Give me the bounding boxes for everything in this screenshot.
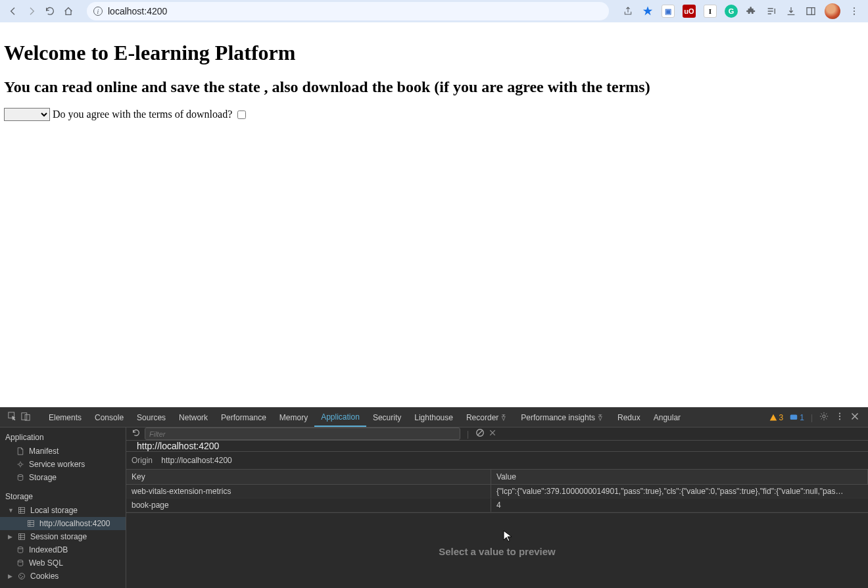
filter-input[interactable]: [145, 428, 460, 440]
svg-point-32: [21, 577, 22, 579]
tab-elements[interactable]: Elements: [42, 408, 88, 427]
table-header: Key Value: [126, 470, 868, 485]
inspect-icon[interactable]: [8, 412, 17, 423]
terms-label: Do you agree with the terms of download?: [53, 109, 232, 120]
svg-rect-8: [790, 414, 798, 420]
clear-icon[interactable]: [475, 428, 485, 439]
svg-rect-23: [19, 534, 25, 540]
url-text: localhost:4200: [108, 6, 167, 16]
tab-security[interactable]: Security: [366, 408, 408, 427]
devtools-inspect-controls: [3, 412, 36, 423]
device-icon[interactable]: [21, 412, 30, 423]
extension-grammarly[interactable]: G: [725, 5, 738, 18]
svg-rect-19: [28, 521, 34, 527]
svg-point-14: [18, 475, 23, 477]
svg-rect-6: [22, 413, 27, 420]
toolbar-right: ▣ uO I G: [618, 3, 864, 19]
reload-button[interactable]: [45, 6, 55, 16]
extension-1[interactable]: ▣: [662, 5, 675, 18]
col-header-value[interactable]: Value: [491, 470, 868, 484]
settings-icon[interactable]: [819, 412, 829, 423]
svg-rect-15: [19, 508, 25, 514]
browser-toolbar: i localhost:4200 ▣ uO I G: [0, 0, 868, 22]
delete-icon[interactable]: [489, 429, 496, 439]
svg-point-28: [18, 560, 23, 562]
home-button[interactable]: [63, 6, 74, 16]
devtools-main: | http://localhost:4200 Origin http://lo…: [126, 428, 868, 588]
svg-point-3: [854, 11, 855, 12]
reading-list-icon[interactable]: [765, 5, 777, 17]
storage-table: Key Value web-vitals-extension-metrics {…: [126, 470, 868, 588]
menu-icon[interactable]: [848, 5, 860, 17]
svg-point-31: [22, 576, 24, 577]
terms-row: Do you agree with the terms of download?: [4, 108, 864, 121]
sidebar-item-storage[interactable]: Storage: [0, 471, 126, 484]
extension-i[interactable]: I: [704, 5, 717, 18]
tab-recorder[interactable]: Recorder: [460, 408, 514, 427]
back-button[interactable]: [8, 6, 18, 16]
sidebar-item-local-storage[interactable]: ▼Local storage: [0, 504, 126, 517]
origin-title: http://localhost:4200: [126, 441, 868, 452]
tab-perf-insights[interactable]: Performance insights: [514, 408, 611, 427]
tab-sources[interactable]: Sources: [130, 408, 172, 427]
panel-icon[interactable]: [805, 5, 817, 17]
terms-checkbox[interactable]: [237, 110, 246, 119]
more-icon[interactable]: [835, 412, 844, 423]
origin-link[interactable]: http://localhost:4200: [161, 456, 231, 465]
nav-buttons: [4, 6, 78, 16]
sidebar-item-websql[interactable]: Web SQL: [0, 556, 126, 570]
bookmark-icon[interactable]: [642, 5, 654, 17]
tab-angular[interactable]: Angular: [647, 408, 687, 427]
sidebar-item-local-storage-origin[interactable]: http://localhost:4200: [0, 517, 126, 530]
svg-line-34: [478, 431, 483, 435]
extensions-icon[interactable]: [746, 5, 758, 17]
book-select[interactable]: [4, 108, 50, 121]
tab-console[interactable]: Console: [88, 408, 130, 427]
sidebar-item-service-workers[interactable]: Service workers: [0, 458, 126, 471]
tab-performance[interactable]: Performance: [214, 408, 273, 427]
storage-toolbar: |: [126, 428, 868, 441]
tab-application[interactable]: Application: [314, 408, 366, 427]
cell-value: 4: [491, 499, 868, 512]
close-devtools-icon[interactable]: [851, 412, 859, 422]
tab-memory[interactable]: Memory: [273, 408, 314, 427]
sidebar-item-manifest[interactable]: Manifest: [0, 445, 126, 458]
address-bar[interactable]: i localhost:4200: [87, 2, 609, 20]
devtools-status: 3 1 |: [763, 412, 866, 423]
downloads-icon[interactable]: [785, 5, 797, 17]
sidebar-item-indexeddb[interactable]: IndexedDB: [0, 543, 126, 556]
tab-redux[interactable]: Redux: [611, 408, 647, 427]
devtools-tabbar: Elements Console Sources Network Perform…: [0, 408, 868, 428]
share-icon[interactable]: [622, 5, 634, 17]
profile-avatar[interactable]: [825, 3, 840, 19]
sidebar-item-session-storage[interactable]: ▶Session storage: [0, 530, 126, 543]
table-row[interactable]: web-vitals-extension-metrics {"lcp":{"va…: [126, 485, 868, 499]
devtools-body: Application Manifest Service workers Sto…: [0, 428, 868, 588]
sidebar-header-storage: Storage: [0, 489, 126, 504]
page-subheading: You can read online and save the state ,…: [4, 78, 864, 96]
tab-lighthouse[interactable]: Lighthouse: [408, 408, 460, 427]
warning-badge[interactable]: 3: [769, 413, 784, 422]
tab-network[interactable]: Network: [172, 408, 214, 427]
svg-point-30: [20, 575, 22, 576]
col-header-key[interactable]: Key: [126, 470, 491, 484]
table-row[interactable]: book-page 4: [126, 499, 868, 512]
svg-point-12: [839, 418, 840, 420]
cell-value: {"lcp":{"value":379.1000000014901,"pass"…: [491, 485, 868, 498]
refresh-icon[interactable]: [132, 428, 141, 439]
site-info-icon[interactable]: i: [93, 7, 103, 16]
page-heading: Welcome to E-learning Platform: [4, 41, 864, 65]
message-badge[interactable]: 1: [790, 413, 804, 422]
svg-point-4: [854, 14, 855, 15]
svg-point-13: [19, 463, 22, 466]
cell-key: book-page: [126, 499, 491, 512]
svg-point-2: [854, 7, 855, 9]
devtools-sidebar: Application Manifest Service workers Sto…: [0, 428, 126, 588]
sidebar-header-application: Application: [0, 430, 126, 445]
svg-point-11: [839, 416, 840, 417]
svg-point-10: [839, 412, 840, 414]
extension-ublock[interactable]: uO: [683, 5, 696, 18]
forward-button[interactable]: [26, 6, 37, 16]
cell-key: web-vitals-extension-metrics: [126, 485, 491, 498]
sidebar-item-cookies[interactable]: ▶Cookies: [0, 570, 126, 583]
